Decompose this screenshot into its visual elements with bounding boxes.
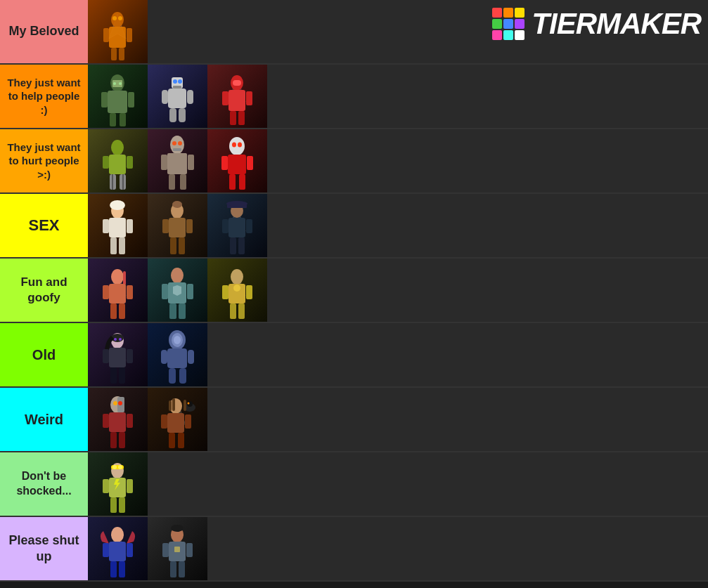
header: TiERMAKER	[492, 7, 701, 41]
tier-label-sex: SEX	[0, 194, 88, 257]
svg-point-75	[172, 201, 182, 208]
svg-rect-111	[238, 303, 245, 319]
svg-rect-137	[109, 412, 126, 432]
svg-rect-11	[108, 91, 127, 113]
svg-point-91	[111, 269, 124, 285]
tier-label-shutup: Please shut up	[0, 517, 88, 580]
svg-rect-139	[127, 414, 133, 428]
svg-rect-70	[127, 219, 133, 233]
svg-rect-171	[119, 561, 125, 577]
svg-rect-149	[184, 400, 186, 411]
svg-rect-164	[119, 497, 125, 513]
char-item[interactable]	[88, 259, 148, 322]
svg-rect-141	[119, 432, 125, 448]
char-item[interactable]	[88, 0, 148, 63]
tiermaker-text: TiERMAKER	[532, 7, 701, 41]
svg-point-122	[119, 338, 122, 341]
svg-rect-15	[120, 113, 126, 126]
char-item[interactable]	[148, 323, 207, 386]
svg-rect-148	[172, 398, 175, 411]
tier-label-old: Old	[0, 323, 88, 386]
svg-point-8	[118, 16, 122, 20]
tier-label-fun: Fun and goofy	[0, 259, 88, 322]
char-item[interactable]	[88, 129, 148, 192]
svg-rect-26	[169, 108, 176, 122]
char-item[interactable]	[207, 129, 267, 192]
svg-point-18	[119, 82, 122, 85]
char-item[interactable]	[148, 517, 207, 580]
svg-rect-162	[127, 479, 133, 493]
char-item[interactable]	[207, 194, 267, 257]
char-item[interactable]	[148, 388, 207, 451]
char-item[interactable]	[148, 259, 207, 322]
char-item[interactable]	[88, 517, 148, 580]
svg-rect-61	[221, 156, 228, 170]
svg-rect-88	[230, 237, 236, 254]
svg-rect-5	[111, 48, 117, 60]
tier-row-hurt: They just want to hurt people >:)	[0, 129, 708, 194]
svg-rect-102	[187, 284, 193, 299]
svg-point-22	[178, 79, 182, 84]
svg-rect-178	[170, 561, 176, 577]
char-item[interactable]	[148, 194, 207, 257]
svg-rect-14	[110, 113, 116, 126]
tier-row-weird: Weird	[0, 388, 708, 452]
tier-items-weird	[88, 388, 708, 451]
svg-rect-35	[238, 111, 245, 125]
svg-rect-128	[161, 350, 167, 364]
tier-items-help	[88, 65, 708, 128]
svg-rect-140	[110, 432, 117, 448]
svg-rect-51	[167, 153, 187, 174]
char-item[interactable]	[88, 65, 148, 128]
char-item[interactable]	[148, 129, 207, 192]
tier-label-weird: Weird	[0, 388, 88, 451]
svg-point-1	[111, 12, 124, 27]
svg-rect-86	[222, 219, 229, 233]
svg-rect-95	[127, 285, 133, 299]
char-item[interactable]	[88, 323, 148, 386]
svg-rect-32	[222, 91, 229, 105]
svg-rect-163	[110, 497, 117, 513]
char-item[interactable]	[88, 388, 148, 451]
svg-rect-6	[119, 48, 124, 60]
svg-rect-25	[187, 90, 193, 104]
char-item[interactable]	[88, 194, 148, 257]
logo-cell	[503, 19, 513, 29]
char-item[interactable]	[88, 452, 148, 516]
svg-rect-34	[230, 111, 236, 125]
svg-rect-116	[109, 348, 126, 367]
tiermaker-logo: TiERMAKER	[492, 7, 701, 41]
svg-rect-97	[119, 303, 125, 319]
svg-rect-77	[162, 219, 169, 233]
svg-point-21	[173, 79, 177, 84]
svg-rect-55	[180, 174, 186, 190]
logo-cell	[515, 19, 524, 29]
svg-point-158	[112, 465, 117, 469]
svg-rect-28	[173, 86, 181, 89]
svg-rect-170	[110, 561, 117, 577]
svg-rect-53	[188, 155, 194, 170]
logo-cell	[515, 30, 524, 40]
char-item[interactable]	[207, 65, 267, 128]
svg-rect-154	[178, 433, 184, 448]
svg-point-48	[172, 141, 176, 145]
svg-rect-60	[228, 155, 246, 174]
svg-point-49	[178, 141, 182, 145]
tier-items-shocked	[88, 452, 708, 516]
char-item[interactable]	[207, 259, 267, 322]
svg-rect-96	[110, 303, 117, 319]
tier-list: My Beloved	[0, 0, 708, 582]
svg-rect-108	[222, 285, 229, 299]
svg-rect-130	[169, 368, 176, 384]
svg-rect-94	[103, 285, 109, 299]
svg-rect-101	[162, 284, 168, 299]
svg-rect-131	[179, 368, 186, 384]
svg-point-57	[229, 137, 245, 155]
svg-rect-177	[186, 543, 193, 557]
logo-cell	[492, 30, 502, 40]
svg-rect-179	[179, 561, 185, 577]
svg-rect-40	[103, 156, 109, 169]
char-item[interactable]	[148, 65, 207, 128]
svg-rect-138	[103, 414, 109, 428]
svg-rect-72	[119, 237, 125, 254]
